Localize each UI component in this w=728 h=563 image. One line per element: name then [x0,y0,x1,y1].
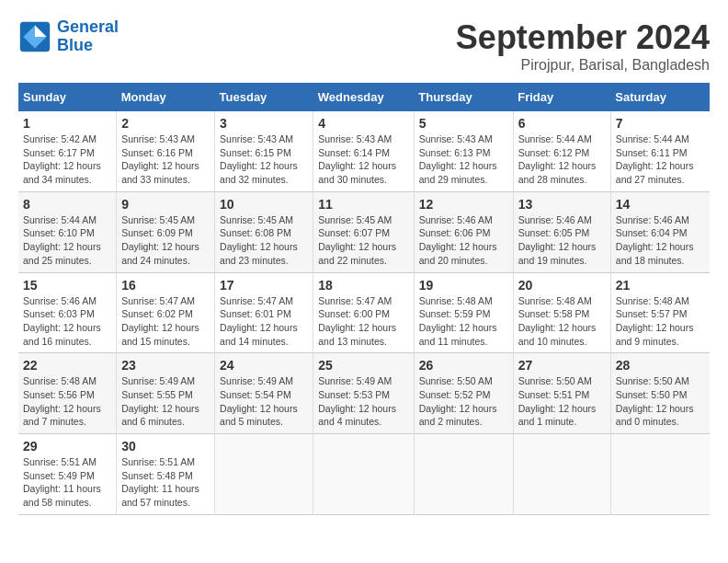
table-row: 3Sunrise: 5:43 AMSunset: 6:15 PMDaylight… [215,111,313,191]
table-row [513,434,610,515]
table-row: 27Sunrise: 5:50 AMSunset: 5:51 PMDayligh… [513,353,610,434]
table-row: 10Sunrise: 5:45 AMSunset: 6:08 PMDayligh… [215,191,313,272]
header-friday: Friday [513,83,610,111]
calendar-body: 1Sunrise: 5:42 AMSunset: 6:17 PMDaylight… [18,111,710,514]
table-row [414,434,513,515]
table-row: 16Sunrise: 5:47 AMSunset: 6:02 PMDayligh… [117,272,215,353]
header-thursday: Thursday [414,83,513,111]
month-title: September 2024 [456,18,710,57]
logo-blue: Blue [57,36,93,54]
table-row [313,434,414,515]
table-row: 18Sunrise: 5:47 AMSunset: 6:00 PMDayligh… [313,272,414,353]
calendar-header: Sunday Monday Tuesday Wednesday Thursday… [18,83,710,111]
table-row: 26Sunrise: 5:50 AMSunset: 5:52 PMDayligh… [414,353,513,434]
table-row: 2Sunrise: 5:43 AMSunset: 6:16 PMDaylight… [117,111,215,191]
table-row: 14Sunrise: 5:46 AMSunset: 6:04 PMDayligh… [610,191,710,272]
table-row: 9Sunrise: 5:45 AMSunset: 6:09 PMDaylight… [117,191,215,272]
table-row: 17Sunrise: 5:47 AMSunset: 6:01 PMDayligh… [215,272,313,353]
table-row [215,434,313,515]
logo-general: General [57,17,119,36]
table-row: 20Sunrise: 5:48 AMSunset: 5:58 PMDayligh… [513,272,610,353]
table-row: 30Sunrise: 5:51 AMSunset: 5:48 PMDayligh… [117,434,215,515]
table-row: 4Sunrise: 5:43 AMSunset: 6:14 PMDaylight… [313,111,414,191]
table-row: 12Sunrise: 5:46 AMSunset: 6:06 PMDayligh… [414,191,513,272]
calendar-table: Sunday Monday Tuesday Wednesday Thursday… [18,83,710,515]
header-monday: Monday [117,83,215,111]
table-row: 21Sunrise: 5:48 AMSunset: 5:57 PMDayligh… [610,272,710,353]
table-row [610,434,710,515]
logo-icon [18,20,51,53]
table-row: 11Sunrise: 5:45 AMSunset: 6:07 PMDayligh… [313,191,414,272]
table-row: 1Sunrise: 5:42 AMSunset: 6:17 PMDaylight… [18,111,117,191]
table-row: 7Sunrise: 5:44 AMSunset: 6:11 PMDaylight… [610,111,710,191]
table-row: 13Sunrise: 5:46 AMSunset: 6:05 PMDayligh… [513,191,610,272]
table-row: 29Sunrise: 5:51 AMSunset: 5:49 PMDayligh… [18,434,117,515]
logo: General Blue [18,18,119,55]
table-row: 25Sunrise: 5:49 AMSunset: 5:53 PMDayligh… [313,353,414,434]
table-row: 5Sunrise: 5:43 AMSunset: 6:13 PMDaylight… [414,111,513,191]
page-header: General Blue September 2024 Pirojpur, Ba… [18,18,710,74]
table-row: 22Sunrise: 5:48 AMSunset: 5:56 PMDayligh… [18,353,117,434]
header-saturday: Saturday [610,83,710,111]
table-row: 23Sunrise: 5:49 AMSunset: 5:55 PMDayligh… [117,353,215,434]
table-row: 6Sunrise: 5:44 AMSunset: 6:12 PMDaylight… [513,111,610,191]
table-row: 28Sunrise: 5:50 AMSunset: 5:50 PMDayligh… [610,353,710,434]
title-block: September 2024 Pirojpur, Barisal, Bangla… [456,18,710,74]
table-row: 19Sunrise: 5:48 AMSunset: 5:59 PMDayligh… [414,272,513,353]
table-row: 24Sunrise: 5:49 AMSunset: 5:54 PMDayligh… [215,353,313,434]
header-sunday: Sunday [18,83,117,111]
header-wednesday: Wednesday [313,83,414,111]
table-row: 8Sunrise: 5:44 AMSunset: 6:10 PMDaylight… [18,191,117,272]
table-row: 15Sunrise: 5:46 AMSunset: 6:03 PMDayligh… [18,272,117,353]
header-tuesday: Tuesday [215,83,313,111]
location: Pirojpur, Barisal, Bangladesh [456,57,710,74]
